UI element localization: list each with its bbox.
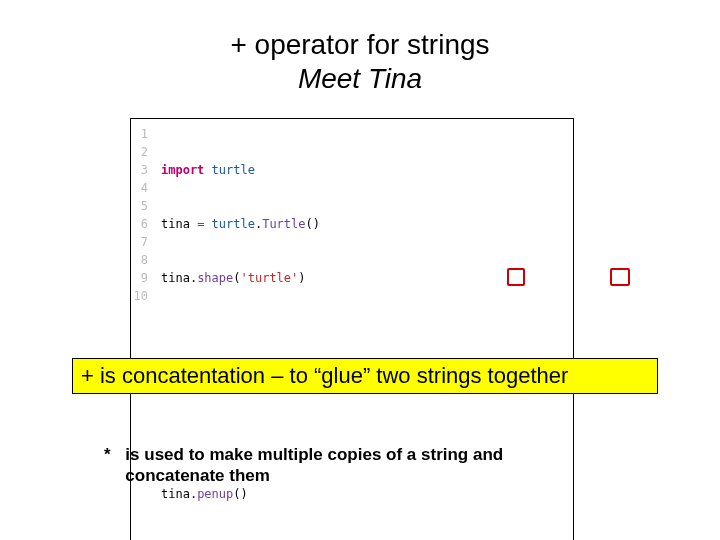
- line-number: 8: [131, 251, 148, 269]
- footnote-symbol: *: [104, 444, 115, 487]
- line-number: 4: [131, 179, 148, 197]
- line-number: 10: [131, 287, 148, 305]
- line-number: 6: [131, 215, 148, 233]
- line-number: 7: [131, 233, 148, 251]
- footnote: * is used to make multiple copies of a s…: [104, 444, 545, 487]
- footnote-text: is used to make multiple copies of a str…: [125, 444, 545, 487]
- code-line: tina.shape('turtle'): [161, 269, 565, 287]
- code-line-blank: [161, 323, 565, 341]
- highlight-callout: + is concatentation – to “glue” two stri…: [72, 358, 658, 394]
- code-line: tina = turtle.Turtle(): [161, 215, 565, 233]
- line-number: 1: [131, 125, 148, 143]
- code-line: tina.penup(): [161, 485, 565, 503]
- code-line: import turtle: [161, 161, 565, 179]
- line-number: 9: [131, 269, 148, 287]
- line-number: 3: [131, 161, 148, 179]
- slide-title: + operator for strings Meet Tina: [0, 0, 720, 95]
- title-line-1: + operator for strings: [0, 28, 720, 62]
- line-number: 2: [131, 143, 148, 161]
- line-number: 5: [131, 197, 148, 215]
- red-highlight-box: [610, 268, 630, 286]
- title-line-2: Meet Tina: [0, 62, 720, 96]
